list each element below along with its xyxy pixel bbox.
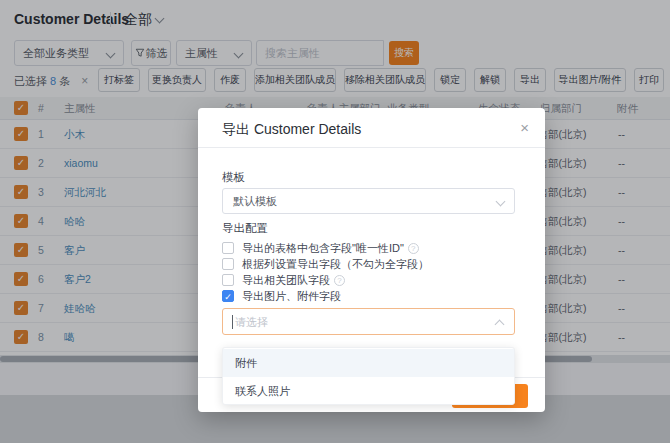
dropdown-option-attachment[interactable]: 附件	[223, 349, 514, 377]
export-dialog: 导出 Customer Details × 模板 默认模板 导出配置 导出的表格…	[198, 108, 545, 412]
dialog-header-divider	[198, 147, 545, 148]
chevron-up-icon	[495, 320, 505, 330]
attachment-field-select[interactable]: 请选择	[222, 308, 515, 335]
export-config-label: 导出配置	[222, 221, 268, 236]
option-label: 导出的表格中包含字段"唯一性ID"	[242, 242, 404, 254]
option-column-fields[interactable]: 根据列设置导出字段（不勾为全字段）	[222, 257, 522, 273]
checkbox-unchecked[interactable]	[222, 274, 234, 286]
help-icon[interactable]: ?	[334, 275, 345, 286]
help-icon[interactable]: ?	[408, 243, 419, 254]
dialog-title: 导出 Customer Details	[222, 121, 361, 139]
option-image-attachment-fields[interactable]: ✓ 导出图片、附件字段	[222, 289, 522, 305]
chevron-down-icon	[496, 197, 506, 207]
template-select-value: 默认模板	[233, 195, 277, 207]
close-icon[interactable]: ×	[520, 119, 529, 136]
option-team-fields[interactable]: 导出相关团队字段?	[222, 273, 522, 289]
dropdown-option-contact-photo[interactable]: 联系人照片	[223, 377, 514, 405]
option-label: 导出图片、附件字段	[242, 290, 341, 302]
template-label: 模板	[222, 170, 245, 185]
app-root: Customer Details 全部 全部业务类型 筛选 主属性 搜索 已选择…	[0, 0, 670, 443]
option-label: 根据列设置导出字段（不勾为全字段）	[242, 258, 429, 270]
template-select[interactable]: 默认模板	[222, 188, 515, 214]
select-dropdown: 附件 联系人照片	[222, 347, 515, 405]
option-label: 导出相关团队字段	[242, 274, 330, 286]
checkbox-unchecked[interactable]	[222, 258, 234, 270]
checkbox-unchecked[interactable]	[222, 242, 234, 254]
checkbox-checked[interactable]: ✓	[222, 290, 234, 302]
option-unique-id[interactable]: 导出的表格中包含字段"唯一性ID"?	[222, 241, 522, 257]
text-caret	[232, 315, 233, 329]
select-placeholder: 请选择	[235, 315, 268, 330]
